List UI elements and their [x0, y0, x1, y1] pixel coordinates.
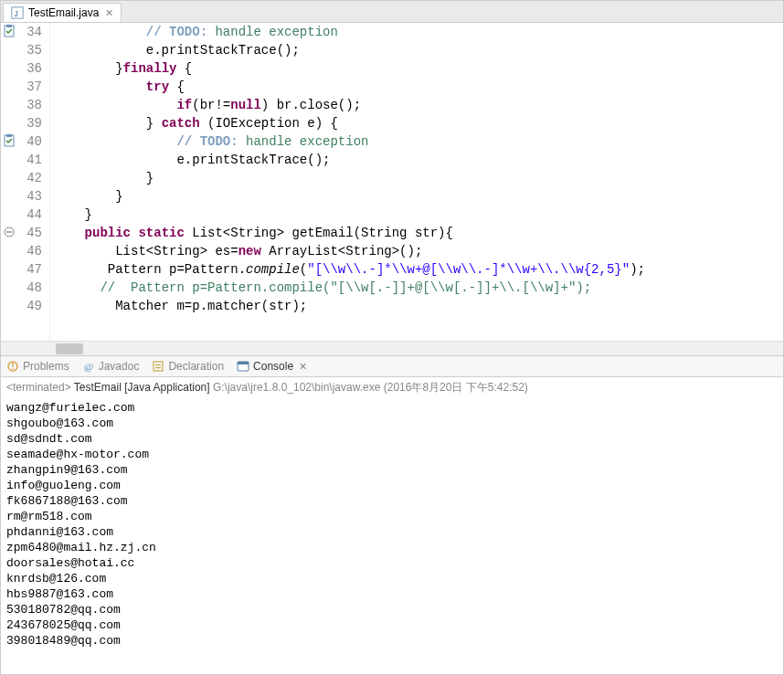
svg-rect-14: [155, 367, 161, 368]
line-number: 36: [1, 59, 42, 78]
svg-rect-16: [238, 362, 249, 364]
line-number-gutter: 34353637383940414243444546474849: [1, 23, 50, 341]
horizontal-scrollbar[interactable]: [1, 341, 783, 355]
editor-pane: J TestEmail.java ✕ 343536373839404142434…: [0, 0, 784, 356]
svg-rect-12: [154, 362, 163, 371]
code-line[interactable]: }finally {: [54, 59, 783, 78]
line-number: 43: [1, 187, 42, 206]
code-line[interactable]: List<String> es=new ArrayList<String>();: [54, 242, 783, 260]
code-editor[interactable]: 34353637383940414243444546474849 // TODO…: [1, 23, 783, 341]
close-icon[interactable]: ✕: [299, 361, 307, 373]
line-number: 38: [1, 96, 42, 114]
tab-console-label: Console: [253, 360, 293, 373]
svg-rect-9: [12, 363, 13, 367]
editor-tab-testemail[interactable]: J TestEmail.java ✕: [3, 3, 122, 22]
code-line[interactable]: // Pattern p=Pattern.compile("[\\w[.-]]+…: [54, 279, 783, 297]
console-output[interactable]: wangz@furielec.com shgoubo@163.com sd@sd…: [1, 398, 783, 674]
tab-console[interactable]: Console ✕: [237, 360, 307, 373]
line-number: 40: [1, 132, 42, 151]
line-number: 42: [1, 169, 42, 187]
line-number: 46: [1, 242, 42, 260]
tab-declaration-label: Declaration: [168, 360, 224, 373]
javadoc-icon: @: [82, 360, 95, 373]
code-line[interactable]: // TODO: handle exception: [54, 132, 783, 151]
tab-problems-label: Problems: [23, 360, 69, 373]
code-line[interactable]: Pattern p=Pattern.compile("[\\w\\.-]*\\w…: [54, 260, 783, 279]
code-line[interactable]: e.printStackTrace();: [54, 151, 783, 169]
task-marker-icon: [3, 25, 16, 37]
code-line[interactable]: } catch (IOException e) {: [54, 114, 783, 132]
code-line[interactable]: }: [54, 187, 783, 206]
svg-text:@: @: [84, 361, 93, 372]
editor-tab-label: TestEmail.java: [28, 6, 99, 19]
svg-rect-7: [6, 231, 12, 232]
views-tab-bar: Problems @ Javadoc Declaration Console ✕: [1, 356, 783, 377]
fold-toggle-icon[interactable]: [3, 226, 16, 238]
line-number: 37: [1, 78, 42, 96]
console-path: G:\java\jre1.8.0_102\bin\javaw.exe: [213, 381, 380, 394]
tab-javadoc-label: Javadoc: [99, 360, 140, 373]
svg-rect-5: [6, 134, 12, 137]
tab-javadoc[interactable]: @ Javadoc: [82, 360, 140, 373]
code-line[interactable]: // TODO: handle exception: [54, 23, 783, 41]
problems-icon: [6, 360, 19, 373]
code-line[interactable]: public static List<String> getEmail(Stri…: [54, 224, 783, 242]
declaration-icon: [152, 360, 164, 373]
console-icon: [237, 360, 249, 373]
code-line[interactable]: try {: [54, 78, 783, 96]
code-line[interactable]: }: [54, 206, 783, 224]
line-number: 49: [1, 297, 42, 315]
java-file-icon: J: [11, 6, 24, 19]
console-timestamp: (2016年8月20日 下午5:42:52): [384, 381, 528, 394]
code-line[interactable]: if(br!=null) br.close();: [54, 96, 783, 114]
console-launch-name: TestEmail [Java Application]: [74, 381, 210, 394]
code-line[interactable]: e.printStackTrace();: [54, 41, 783, 59]
console-status: <terminated>: [6, 381, 71, 394]
tab-problems[interactable]: Problems: [6, 360, 69, 373]
console-launch-info: <terminated> TestEmail [Java Application…: [1, 377, 783, 398]
views-pane: Problems @ Javadoc Declaration Console ✕…: [0, 356, 784, 675]
task-marker-icon: [3, 134, 16, 147]
line-number: 44: [1, 206, 42, 224]
line-number: 41: [1, 151, 42, 169]
editor-tab-bar: J TestEmail.java ✕: [1, 1, 783, 23]
close-icon[interactable]: ✕: [105, 7, 113, 19]
code-content[interactable]: // TODO: handle exception e.printStackTr…: [50, 23, 783, 341]
line-number: 45: [1, 224, 42, 242]
scrollbar-thumb[interactable]: [56, 343, 83, 354]
tab-declaration[interactable]: Declaration: [152, 360, 224, 373]
svg-text:J: J: [15, 9, 18, 18]
line-number: 35: [1, 41, 42, 59]
svg-rect-10: [12, 368, 13, 369]
code-line[interactable]: }: [54, 169, 783, 187]
line-number: 47: [1, 260, 42, 279]
line-number: 39: [1, 114, 42, 132]
line-number: 48: [1, 279, 42, 297]
svg-rect-3: [6, 25, 12, 27]
code-line[interactable]: Matcher m=p.matcher(str);: [54, 297, 783, 315]
line-number: 34: [1, 23, 42, 41]
svg-rect-13: [155, 364, 161, 365]
